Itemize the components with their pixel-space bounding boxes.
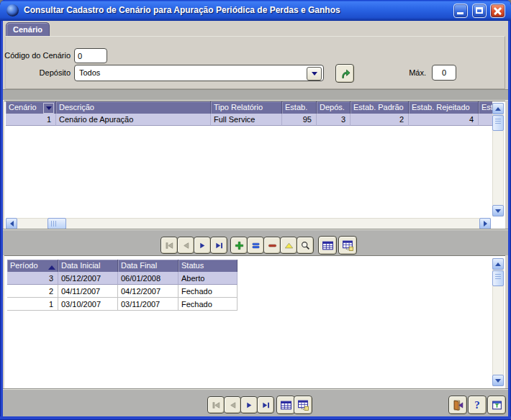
app-window: Consultar Cadastro de Cenário para Apura… xyxy=(0,0,511,420)
maximize-icon xyxy=(476,7,483,14)
scroll-down-button[interactable] xyxy=(492,375,504,386)
previous-record-button[interactable] xyxy=(177,237,194,254)
arrow-down-icon xyxy=(495,209,501,213)
table-row[interactable]: 1 03/10/2007 03/11/2007 Fechado xyxy=(7,298,238,311)
scroll-left-button[interactable] xyxy=(6,218,17,229)
period-next-button[interactable] xyxy=(240,396,258,414)
window-body: Cenário Código do Cenário Depósito Todos… xyxy=(3,21,508,416)
detail-grid-icon xyxy=(322,239,334,252)
add-button[interactable] xyxy=(230,237,248,254)
last-record-icon xyxy=(261,400,271,411)
scroll-down-button[interactable] xyxy=(492,205,504,216)
delete-button[interactable] xyxy=(263,237,281,254)
exit-door-icon xyxy=(452,399,464,411)
program-window-icon xyxy=(491,399,503,411)
max-input[interactable] xyxy=(432,65,456,81)
execute-button[interactable] xyxy=(335,64,354,83)
period-detail-button[interactable] xyxy=(276,396,295,414)
mark-icon xyxy=(284,240,294,251)
window-title: Consultar Cadastro de Cenário para Apura… xyxy=(24,5,340,15)
period-grid: Período Data Inicial Data Final Status 3… xyxy=(4,255,505,388)
period-last-button[interactable] xyxy=(257,396,274,414)
mark-button[interactable] xyxy=(280,237,297,254)
deposito-dropdown-button[interactable] xyxy=(307,67,322,81)
col-header-depos[interactable]: Depós. xyxy=(317,101,351,114)
update-button[interactable] xyxy=(247,237,264,254)
first-record-button[interactable] xyxy=(160,237,178,254)
scroll-thumb[interactable] xyxy=(48,218,66,229)
middle-toolbar xyxy=(3,229,508,255)
scroll-thumb[interactable] xyxy=(492,270,504,286)
execute-icon xyxy=(339,68,351,80)
last-record-button[interactable] xyxy=(210,237,227,254)
detail-copy-button[interactable] xyxy=(338,236,357,255)
last-record-icon xyxy=(214,240,225,251)
period-first-button[interactable] xyxy=(207,396,225,414)
col-header-clipped[interactable]: Est xyxy=(479,101,492,114)
next-record-icon xyxy=(244,400,255,411)
scenario-vscrollbar[interactable] xyxy=(492,103,504,216)
update-icon xyxy=(250,240,261,251)
exit-button[interactable] xyxy=(448,396,467,414)
search-button[interactable] xyxy=(297,237,314,254)
period-previous-button[interactable] xyxy=(224,396,241,414)
window-bottom-border xyxy=(0,416,511,420)
col-header-estab-rejeitado[interactable]: Estab. Rejeitado xyxy=(409,101,479,114)
col-header-descricao[interactable]: Descrição xyxy=(56,101,211,114)
previous-record-icon xyxy=(227,400,238,411)
tab-cenario[interactable]: Cenário xyxy=(6,22,50,37)
help-icon: ? xyxy=(474,399,480,411)
program-button[interactable] xyxy=(487,396,506,414)
chevron-down-icon xyxy=(312,72,317,76)
bottom-toolbar: ? xyxy=(3,388,508,416)
codigo-input[interactable] xyxy=(74,48,107,63)
first-record-icon xyxy=(164,240,175,251)
add-icon xyxy=(234,240,245,251)
previous-record-icon xyxy=(181,240,191,251)
search-icon xyxy=(300,240,311,251)
sort-down-icon[interactable] xyxy=(43,103,54,114)
table-row[interactable]: 2 04/11/2007 04/12/2007 Fechado xyxy=(7,285,238,298)
col-header-status[interactable]: Status xyxy=(178,260,238,272)
delete-icon xyxy=(267,240,278,251)
scroll-right-button[interactable] xyxy=(479,218,491,229)
col-header-periodo[interactable]: Período xyxy=(7,260,58,272)
sort-up-icon[interactable] xyxy=(47,262,56,272)
codigo-label: Código do Cenário xyxy=(4,51,71,60)
deposito-combobox[interactable]: Todos xyxy=(74,65,324,81)
deposito-label: Depósito xyxy=(4,68,71,77)
col-header-estab[interactable]: Estab. xyxy=(282,101,317,114)
help-button[interactable]: ? xyxy=(468,396,487,414)
close-button[interactable] xyxy=(490,4,505,18)
arrow-up-icon xyxy=(495,262,501,266)
max-label: Máx. xyxy=(377,68,426,77)
tab-label: Cenário xyxy=(13,25,42,34)
col-header-data-final[interactable]: Data Final xyxy=(118,260,178,272)
scenario-grid: Cenário Descrição Tipo Relatório Estab. … xyxy=(4,101,505,229)
minimize-button[interactable] xyxy=(453,4,468,18)
col-header-estab-padrao[interactable]: Estab. Padrão xyxy=(351,101,409,114)
scroll-up-button[interactable] xyxy=(492,258,504,270)
separator-band xyxy=(3,89,508,101)
col-header-tipo-relatorio[interactable]: Tipo Relatório xyxy=(211,101,282,114)
scenario-hscrollbar[interactable] xyxy=(6,218,491,229)
table-row[interactable]: 3 05/12/2007 06/01/2008 Aberto xyxy=(7,272,238,285)
arrow-left-icon xyxy=(10,221,14,227)
period-vscrollbar[interactable] xyxy=(492,258,504,386)
arrow-up-icon xyxy=(495,107,501,111)
maximize-button[interactable] xyxy=(472,4,487,18)
col-header-cenario[interactable]: Cenário xyxy=(6,101,56,114)
detail-button[interactable] xyxy=(318,236,337,255)
detail-copy-icon xyxy=(342,239,354,252)
detail-grid-icon xyxy=(280,399,292,411)
scroll-thumb[interactable] xyxy=(492,115,504,131)
minimize-icon xyxy=(457,12,463,14)
app-icon xyxy=(6,4,19,17)
scroll-up-button[interactable] xyxy=(492,103,504,114)
period-detail-copy-button[interactable] xyxy=(294,396,312,414)
next-record-button[interactable] xyxy=(194,237,211,254)
col-header-data-inicial[interactable]: Data Inicial xyxy=(58,260,118,272)
table-row[interactable]: 1 Cenário de Apuração Full Service 95 3 … xyxy=(6,114,492,126)
detail-copy-icon xyxy=(297,399,309,411)
first-record-icon xyxy=(211,400,222,411)
